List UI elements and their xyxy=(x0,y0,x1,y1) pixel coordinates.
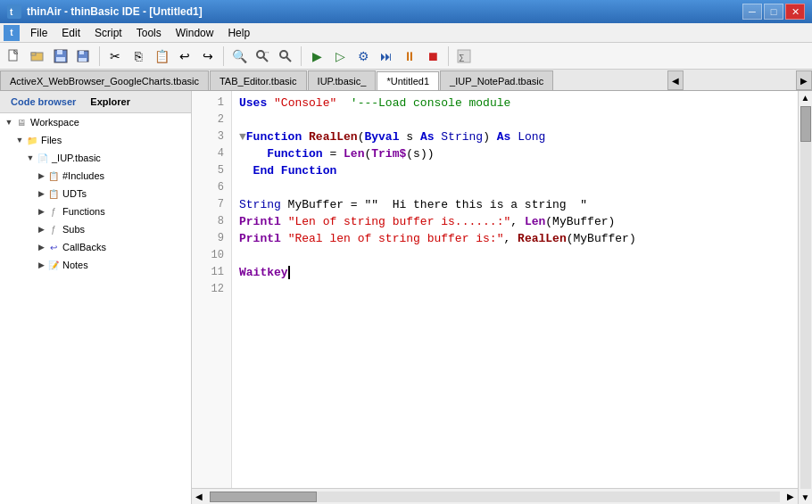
sidebar-item-subs[interactable]: ▶ ƒ Subs xyxy=(0,220,191,238)
stop-button[interactable]: ⏹ xyxy=(422,45,443,67)
svg-rect-11 xyxy=(79,58,87,62)
menu-bar: t File Edit Script Tools Window Help xyxy=(0,23,812,43)
new-button[interactable] xyxy=(4,45,25,67)
maximize-button[interactable]: □ xyxy=(764,4,783,20)
svg-text:∑: ∑ xyxy=(459,53,464,62)
workspace-label: Workspace xyxy=(30,117,79,128)
sidebar-item-iup-tbasic[interactable]: ▼ 📄 _IUP.tbasic xyxy=(0,149,191,167)
separator-4 xyxy=(448,46,449,66)
includes-icon: 📋 xyxy=(46,169,61,183)
sidebar-item-notes[interactable]: ▶ 📝 Notes xyxy=(0,256,191,274)
tab-nav-left[interactable]: ◀ xyxy=(667,70,684,90)
run-step-button[interactable]: ▷ xyxy=(329,45,351,67)
find-button[interactable]: 🔍 xyxy=(228,45,250,67)
functions-label: Functions xyxy=(62,206,105,217)
menu-help[interactable]: Help xyxy=(220,25,257,41)
line-numbers: 1 2 3 4 5 6 7 8 9 10 11 12 xyxy=(192,91,232,488)
save-all-button[interactable] xyxy=(73,45,95,67)
udts-icon: 📋 xyxy=(46,186,61,201)
breakpoint-button[interactable]: ⏸ xyxy=(399,45,420,67)
sidebar-item-functions[interactable]: ▶ ƒ Functions xyxy=(0,202,191,220)
sidebar-item-callbacks[interactable]: ▶ ↩ CallBacks xyxy=(0,238,191,256)
app-logo: t xyxy=(4,25,20,41)
notes-icon: 📝 xyxy=(46,258,61,272)
expand-functions[interactable]: ▶ xyxy=(36,206,46,217)
workspace-icon: 🖥 xyxy=(14,115,29,129)
toolbar: ✂ ⎘ 📋 ↩ ↪ 🔍 ↔ ▶ ▷ ⚙ ⏭ ⏸ ⏹ ∑ xyxy=(0,43,812,70)
svg-line-13 xyxy=(263,57,268,62)
scroll-right-btn[interactable]: ▶ xyxy=(783,492,798,501)
close-button[interactable]: ✕ xyxy=(785,4,805,20)
sidebar-item-udts[interactable]: ▶ 📋 UDTs xyxy=(0,185,191,202)
scroll-up-btn[interactable]: ▲ xyxy=(800,91,812,104)
expand-iup[interactable]: ▼ xyxy=(25,153,36,163)
scroll-down-btn[interactable]: ▼ xyxy=(800,491,812,504)
scroll-track[interactable] xyxy=(210,492,780,502)
tab-iup-notepad[interactable]: _IUP_NotePad.tbasic xyxy=(440,70,553,90)
title-bar: t thinAir - thinBasic IDE - [Untitled1] … xyxy=(0,0,812,23)
expand-notes[interactable]: ▶ xyxy=(36,260,46,270)
tab-activex[interactable]: ActiveX_WebBrowser_GoogleCharts.tbasic xyxy=(0,70,209,90)
expand-udts[interactable]: ▶ xyxy=(36,188,46,199)
sidebar-explorer[interactable]: Explorer xyxy=(87,95,134,109)
window-title: thinAir - thinBasic IDE - [Untitled1] xyxy=(27,5,742,18)
menu-edit[interactable]: Edit xyxy=(54,25,87,41)
paste-button[interactable]: 📋 xyxy=(151,45,172,67)
scroll-left-btn[interactable]: ◀ xyxy=(192,492,206,501)
open-button[interactable] xyxy=(27,45,48,67)
main-container: ActiveX_WebBrowser_GoogleCharts.tbasic T… xyxy=(0,70,812,504)
sidebar-code-browser[interactable]: Code browser xyxy=(7,95,79,109)
v-scroll-thumb[interactable] xyxy=(800,106,811,142)
expand-subs[interactable]: ▶ xyxy=(36,224,46,235)
tab-tab-editor[interactable]: TAB_Editor.tbasic xyxy=(210,70,307,90)
svg-point-12 xyxy=(257,51,264,58)
tab-iup[interactable]: IUP.tbasic_ xyxy=(308,70,377,90)
run-button[interactable]: ▶ xyxy=(306,45,327,67)
minimize-button[interactable]: ─ xyxy=(742,4,762,20)
debug-button[interactable]: ⚙ xyxy=(352,45,374,67)
notes-label: Notes xyxy=(62,260,88,270)
sidebar-item-workspace[interactable]: ▼ 🖥 Workspace xyxy=(0,113,191,131)
expand-files[interactable]: ▼ xyxy=(14,135,25,145)
menu-tools[interactable]: Tools xyxy=(129,25,169,41)
copy-button[interactable]: ⎘ xyxy=(128,45,149,67)
svg-line-16 xyxy=(286,57,291,62)
cut-button[interactable]: ✂ xyxy=(104,45,126,67)
app-icon: t xyxy=(7,4,21,19)
debug-step-button[interactable]: ⏭ xyxy=(376,45,397,67)
separator-1 xyxy=(99,46,100,66)
menu-file[interactable]: File xyxy=(23,25,54,41)
udts-label: UDTs xyxy=(62,188,87,199)
expand-callbacks[interactable]: ▶ xyxy=(36,242,46,252)
sidebar-item-includes[interactable]: ▶ 📋 #Includes xyxy=(0,167,191,185)
tbasic-icon: 📄 xyxy=(36,151,50,165)
code-editor[interactable]: 1 2 3 4 5 6 7 8 9 10 11 12 Uses "Console… xyxy=(192,91,798,488)
tab-bar: ActiveX_WebBrowser_GoogleCharts.tbasic T… xyxy=(0,70,812,91)
subs-label: Subs xyxy=(62,224,85,235)
menu-window[interactable]: Window xyxy=(169,25,221,41)
v-scroll-track[interactable] xyxy=(800,106,811,489)
tab-nav-right[interactable]: ▶ xyxy=(796,70,812,90)
expand-includes[interactable]: ▶ xyxy=(36,170,46,181)
sidebar-item-files[interactable]: ▼ 📁 Files xyxy=(0,131,191,149)
compile-button[interactable]: ∑ xyxy=(453,45,475,67)
tab-untitled1[interactable]: *Untitled1 xyxy=(377,71,439,91)
undo-button[interactable]: ↩ xyxy=(174,45,195,67)
svg-rect-7 xyxy=(57,50,62,54)
sidebar: Code browser Explorer ▼ 🖥 Workspace ▼ 📁 … xyxy=(0,91,192,504)
code-content[interactable]: Uses "Console" '---Load console module ▼… xyxy=(232,91,798,488)
scroll-thumb[interactable] xyxy=(210,492,317,502)
save-button[interactable] xyxy=(50,45,71,67)
svg-point-15 xyxy=(280,51,287,58)
horizontal-scrollbar[interactable]: ◀ ▶ xyxy=(192,488,798,504)
files-icon: 📁 xyxy=(25,133,39,147)
expand-workspace[interactable]: ▼ xyxy=(4,117,14,128)
callbacks-icon: ↩ xyxy=(46,240,61,254)
vertical-scrollbar[interactable]: ▲ ▼ xyxy=(798,91,812,504)
find-replace-button[interactable]: ↔ xyxy=(252,45,273,67)
separator-3 xyxy=(301,46,302,66)
redo-button[interactable]: ↪ xyxy=(197,45,219,67)
svg-rect-10 xyxy=(79,51,84,54)
menu-script[interactable]: Script xyxy=(87,25,129,41)
find-all-button[interactable] xyxy=(275,45,296,67)
